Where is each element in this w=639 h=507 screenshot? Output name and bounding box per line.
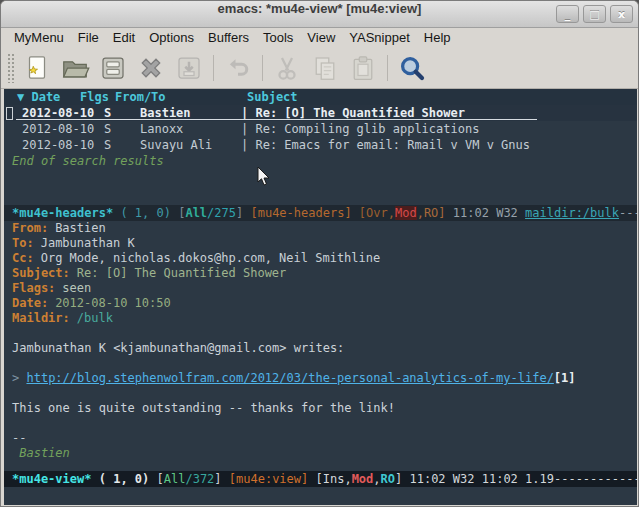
- field-value: Re: [O] The Quantified Shower: [70, 266, 287, 280]
- emacs-window: emacs: *mu4e-view* [mu4e:view] _ □ x MyM…: [0, 0, 639, 507]
- field-label: Subject:: [12, 266, 70, 280]
- menu-tools[interactable]: Tools: [256, 28, 300, 47]
- footnote-ref: [1]: [554, 371, 576, 385]
- field-subject: Subject:Re: [O] The Quantified Shower: [4, 266, 637, 281]
- cursor-position: ( 1, 0): [91, 472, 156, 486]
- message-view: From:Bastien To:Jambunathan K Cc:Org Mod…: [4, 221, 637, 461]
- copy-icon[interactable]: [306, 50, 344, 86]
- bracket: ]: [214, 472, 228, 486]
- quote-mark: >: [12, 371, 26, 385]
- search-icon[interactable]: [393, 50, 431, 86]
- major-mode: [mu4e-headers]: [250, 206, 351, 220]
- column-date[interactable]: ▼ Date: [17, 89, 60, 105]
- field-value: Jambunathan K: [34, 236, 135, 250]
- toolbar-separator: [262, 55, 263, 81]
- field-maildir: Maildir:/bulk: [4, 311, 637, 326]
- field-flags: Flags:seen: [4, 281, 637, 296]
- filter-all: All: [164, 472, 186, 486]
- field-label: Flags:: [12, 281, 55, 295]
- body-comment-line: This one is quite outstanding -- thanks …: [4, 401, 637, 416]
- menu-mymenu[interactable]: MyMenu: [7, 28, 71, 47]
- modeline-mu4e-view[interactable]: *mu4e-view* ( 1, 0) [All/372] [mu4e:view…: [4, 471, 637, 487]
- row-flags: S: [104, 121, 111, 137]
- column-flags[interactable]: Flgs: [80, 89, 109, 105]
- maximize-button[interactable]: □: [583, 5, 606, 23]
- new-file-icon[interactable]: [18, 50, 56, 86]
- window-title: emacs: *mu4e-view* [mu4e:view]: [1, 1, 638, 16]
- toolbar-separator: [387, 55, 388, 81]
- end-of-search-results: End of search results: [12, 153, 164, 169]
- emacs-frame: ▼ Date Flgs From/To Subject 2012-08-10 S…: [4, 89, 637, 505]
- emacs-cursor: [6, 107, 13, 120]
- bracket: ]: [236, 206, 250, 220]
- save-icon[interactable]: [94, 50, 132, 86]
- field-value: 2012-08-10 10:50: [48, 296, 171, 310]
- delete-icon[interactable]: [132, 50, 170, 86]
- comma: ,: [373, 472, 380, 486]
- save-as-icon[interactable]: [170, 50, 208, 86]
- close-button[interactable]: x: [610, 5, 633, 23]
- message-row[interactable]: 2012-08-10 S Lanoxx | Re: Compiling glib…: [4, 121, 637, 137]
- titlebar[interactable]: emacs: *mu4e-view* [mu4e:view] _ □ x: [1, 1, 638, 28]
- open-folder-icon[interactable]: [56, 50, 94, 86]
- modeline-dashes: -------: [619, 206, 637, 220]
- modeline-dashes: ---------------: [554, 472, 637, 486]
- signature-name: Bastien: [4, 446, 637, 461]
- cursor-position: ( 1, 0): [113, 206, 178, 220]
- field-label: Cc:: [12, 251, 34, 265]
- buffer-name: *mu4e-view*: [12, 472, 91, 486]
- cut-icon[interactable]: [268, 50, 306, 86]
- field-value: Bastien: [48, 221, 106, 235]
- echo-area[interactable]: [4, 487, 637, 505]
- paste-icon[interactable]: [344, 50, 382, 86]
- body-quote-line: > http://blog.stephenwolfram.com/2012/03…: [4, 371, 637, 386]
- minimize-button[interactable]: _: [556, 5, 579, 23]
- row-subject: | Re: Emacs for email: Rmail v VM v Gnus: [241, 137, 530, 153]
- field-label: Maildir:: [12, 311, 70, 325]
- menu-yasnippet[interactable]: YASnippet: [342, 28, 416, 47]
- row-flags: S: [104, 137, 111, 153]
- modified-flag: Mod: [395, 206, 417, 220]
- maildir-path: maildir:/bulk: [525, 206, 619, 220]
- message-row[interactable]: 2012-08-10 S Suvayu Ali | Re: Emacs for …: [4, 137, 637, 153]
- field-date: Date:2012-08-10 10:50: [4, 296, 637, 311]
- column-subject[interactable]: Subject: [247, 89, 298, 105]
- menu-buffers[interactable]: Buffers: [201, 28, 256, 47]
- row-subject: | Re: Compiling glib applications: [241, 121, 479, 137]
- toolbar-drag-handle[interactable]: [7, 53, 15, 83]
- modified-flag: Mod: [352, 472, 374, 486]
- menu-help[interactable]: Help: [417, 28, 458, 47]
- toolbar: [1, 47, 638, 89]
- toolbar-separator: [213, 55, 214, 81]
- message-count: /275: [207, 206, 236, 220]
- window-controls: _ □ x: [556, 5, 633, 23]
- menu-file[interactable]: File: [71, 28, 106, 47]
- field-value: Org Mode, nicholas.dokos@hp.com, Neil Sm…: [34, 251, 381, 265]
- readonly-flag: RO: [381, 472, 395, 486]
- undo-icon[interactable]: [219, 50, 257, 86]
- field-label: From:: [12, 221, 48, 235]
- minor-flags: [Ovr,: [352, 206, 395, 220]
- menu-view[interactable]: View: [300, 28, 342, 47]
- buffer-name: *mu4e-headers*: [12, 206, 113, 220]
- modeline-time: 11:02 W32: [446, 206, 525, 220]
- message-count: /372: [185, 472, 214, 486]
- field-cc: Cc:Org Mode, nicholas.dokos@hp.com, Neil…: [4, 251, 637, 266]
- field-from: From:Bastien: [4, 221, 637, 236]
- menu-options[interactable]: Options: [142, 28, 201, 47]
- readonly-flag: ,RO]: [417, 206, 446, 220]
- body-link[interactable]: http://blog.stephenwolfram.com/2012/03/t…: [26, 371, 553, 385]
- menu-edit[interactable]: Edit: [106, 28, 142, 47]
- column-from[interactable]: From/To: [115, 89, 166, 105]
- major-mode: [mu4e:view]: [229, 472, 308, 486]
- field-label: To:: [12, 236, 34, 250]
- bracket: [: [157, 472, 164, 486]
- row-date: 2012-08-10: [22, 137, 94, 153]
- field-label: Date:: [12, 296, 48, 310]
- field-value: /bulk: [70, 311, 113, 325]
- selected-row-underline: [16, 119, 537, 120]
- modeline-time: 11:02 W32 11:02 1.19: [402, 472, 554, 486]
- filter-all: All: [185, 206, 207, 220]
- modeline-mu4e-headers[interactable]: *mu4e-headers* ( 1, 0) [All/275] [mu4e-h…: [4, 205, 637, 221]
- headers-header-line: ▼ Date Flgs From/To Subject: [4, 89, 637, 105]
